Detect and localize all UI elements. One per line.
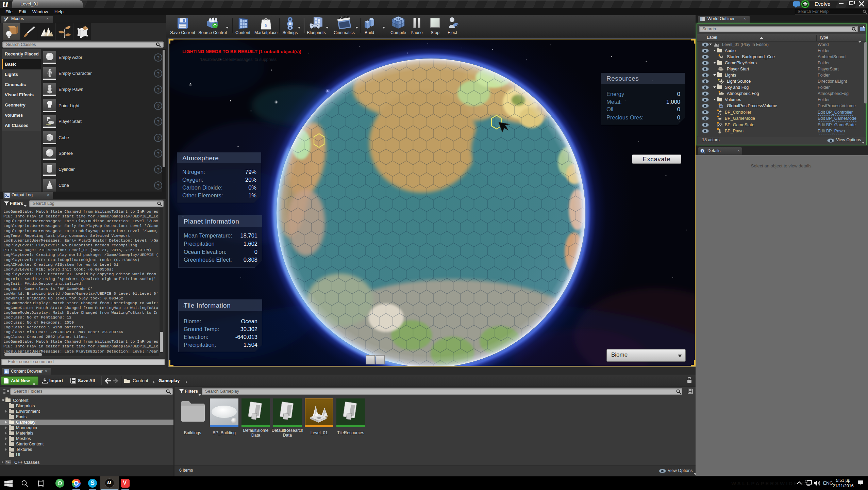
svg-text:?: ? (156, 183, 160, 189)
svg-text:?: ? (156, 167, 160, 173)
svg-text:?: ? (156, 135, 160, 141)
svg-text:u: u (265, 22, 267, 28)
svg-text:?: ? (156, 55, 160, 61)
svg-text:?: ? (156, 119, 160, 125)
svg-text:?: ? (156, 151, 160, 157)
svg-text:?: ? (156, 103, 160, 109)
svg-text:C++: C++ (5, 461, 11, 464)
svg-text:?: ? (156, 71, 160, 77)
svg-text:?: ? (156, 87, 160, 93)
